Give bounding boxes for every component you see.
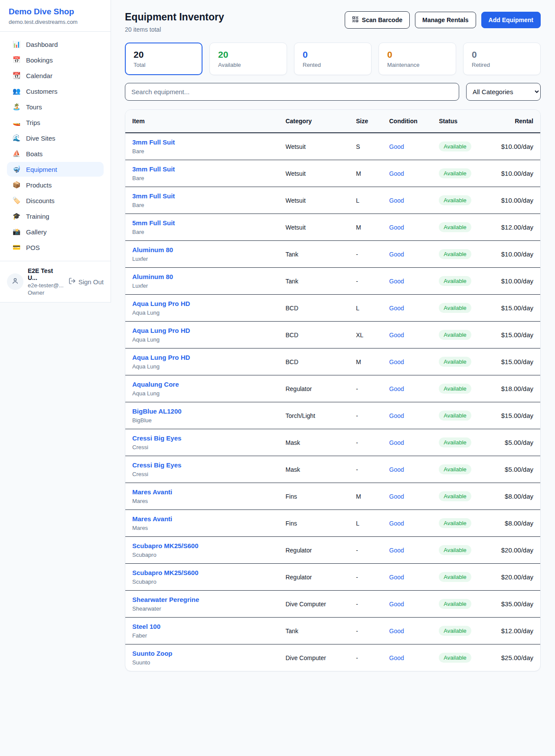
sidebar-item-pos[interactable]: 💳 POS: [7, 240, 104, 255]
item-category: Fins: [278, 483, 349, 510]
table-row: Cressi Big Eyes Cressi Mask - Good Avail…: [125, 429, 540, 456]
item-name-link[interactable]: Aqua Lung Pro HD: [132, 300, 190, 307]
sidebar-item-training[interactable]: 🎓 Training: [7, 209, 104, 224]
item-condition-link[interactable]: Good: [389, 332, 404, 339]
item-condition-link[interactable]: Good: [389, 412, 404, 419]
item-condition-link[interactable]: Good: [389, 520, 404, 527]
calendar-icon: 📅: [12, 56, 21, 64]
brand-name: Demo Dive Shop: [9, 7, 102, 16]
status-badge: Available: [439, 545, 471, 555]
item-size: -: [349, 241, 382, 268]
status-badge: Available: [439, 249, 471, 259]
sidebar-item-bookings[interactable]: 📅 Bookings: [7, 53, 104, 67]
item-name-link[interactable]: Suunto Zoop: [132, 650, 172, 657]
manage-rentals-button[interactable]: Manage Rentals: [415, 12, 476, 28]
sidebar-item-products[interactable]: 📦 Products: [7, 177, 104, 192]
sidebar-item-gallery[interactable]: 📸 Gallery: [7, 224, 104, 239]
category-filter-select[interactable]: All Categories: [466, 83, 541, 101]
item-condition-link[interactable]: Good: [389, 628, 404, 634]
sidebar-item-label: Dashboard: [26, 41, 58, 48]
sidebar-item-tours[interactable]: 🏝️ Tours: [7, 99, 104, 114]
item-condition-link[interactable]: Good: [389, 385, 404, 392]
brand-block: Demo Dive Shop demo.test.divestreams.com: [0, 0, 111, 32]
status-badge: Available: [439, 357, 471, 367]
item-brand: Bare: [132, 229, 271, 235]
item-rental-rate: $10.00/day: [494, 241, 540, 268]
stat-card-retired[interactable]: 0 Retired: [463, 43, 541, 75]
sidebar-item-customers[interactable]: 👥 Customers: [7, 84, 104, 99]
add-equipment-button[interactable]: Add Equipment: [481, 12, 541, 28]
item-size: -: [349, 537, 382, 564]
sidebar-item-discounts[interactable]: 🏷️ Discounts: [7, 193, 104, 208]
column-header-status: Status: [432, 110, 494, 133]
item-condition-link[interactable]: Good: [389, 305, 404, 312]
sidebar-item-boats[interactable]: ⛵ Boats: [7, 146, 104, 161]
item-name-link[interactable]: Mares Avanti: [132, 515, 172, 523]
item-condition-link[interactable]: Good: [389, 251, 404, 258]
column-header-rental: Rental: [494, 110, 540, 133]
sidebar-item-trips[interactable]: 🚤 Trips: [7, 115, 104, 130]
sidebar-item-calendar[interactable]: 📆 Calendar: [7, 68, 104, 83]
stat-card-available[interactable]: 20 Available: [209, 43, 287, 75]
item-rental-rate: $10.00/day: [494, 187, 540, 214]
add-equipment-label: Add Equipment: [489, 16, 533, 23]
item-name-link[interactable]: BigBlue AL1200: [132, 408, 182, 415]
item-condition-link[interactable]: Good: [389, 493, 404, 500]
item-condition-link[interactable]: Good: [389, 547, 404, 554]
status-badge: Available: [439, 572, 471, 582]
item-name-link[interactable]: Aqualung Core: [132, 381, 179, 388]
item-condition-link[interactable]: Good: [389, 170, 404, 177]
status-badge: Available: [439, 330, 471, 340]
item-condition-link[interactable]: Good: [389, 197, 404, 204]
item-condition-link[interactable]: Good: [389, 224, 404, 231]
item-name-link[interactable]: Scubapro MK25/S600: [132, 542, 199, 549]
item-brand: Bare: [132, 202, 271, 208]
item-category: BCD: [278, 322, 349, 348]
item-condition-link[interactable]: Good: [389, 358, 404, 365]
table-row: Shearwater Peregrine Shearwater Dive Com…: [125, 591, 540, 618]
scan-barcode-button[interactable]: Scan Barcode: [345, 11, 410, 29]
item-name-link[interactable]: Shearwater Peregrine: [132, 596, 199, 603]
table-row: 3mm Full Suit Bare Wetsuit L Good Availa…: [125, 187, 540, 214]
stats-row: 20 Total 20 Available 0 Rented 0 Mainten…: [125, 43, 541, 75]
sidebar-nav: 📊 Dashboard 📅 Bookings 📆 Calendar 👥 Cust…: [0, 32, 111, 261]
item-name-link[interactable]: Cressi Big Eyes: [132, 461, 181, 469]
sidebar-item-dive-sites[interactable]: 🌊 Dive Sites: [7, 131, 104, 145]
item-condition-link[interactable]: Good: [389, 574, 404, 581]
status-badge: Available: [439, 437, 471, 447]
item-condition-link[interactable]: Good: [389, 278, 404, 285]
item-name-link[interactable]: 3mm Full Suit: [132, 165, 175, 173]
item-category: Tank: [278, 241, 349, 268]
stat-card-maintenance[interactable]: 0 Maintenance: [379, 43, 456, 75]
item-name-link[interactable]: Scubapro MK25/S600: [132, 569, 199, 576]
stat-card-rented[interactable]: 0 Rented: [294, 43, 372, 75]
item-brand: Scubapro: [132, 579, 271, 585]
item-name-link[interactable]: Steel 100: [132, 623, 160, 630]
sidebar-item-dashboard[interactable]: 📊 Dashboard: [7, 37, 104, 52]
item-category: Torch/Light: [278, 402, 349, 429]
item-condition-link[interactable]: Good: [389, 601, 404, 608]
item-name-link[interactable]: Cressi Big Eyes: [132, 434, 181, 442]
item-name-link[interactable]: Aqua Lung Pro HD: [132, 327, 190, 334]
item-condition-link[interactable]: Good: [389, 143, 404, 150]
table-row: Mares Avanti Mares Fins M Good Available…: [125, 483, 540, 510]
filter-row: All Categories: [125, 83, 541, 101]
sign-out-button[interactable]: Sign Out: [69, 277, 104, 286]
stat-card-total[interactable]: 20 Total: [125, 43, 202, 75]
item-name-link[interactable]: Aluminum 80: [132, 273, 173, 280]
item-name-link[interactable]: 3mm Full Suit: [132, 192, 175, 200]
item-name-link[interactable]: 5mm Full Suit: [132, 219, 175, 227]
item-condition-link[interactable]: Good: [389, 466, 404, 473]
sidebar-item-equipment[interactable]: 🤿 Equipment: [7, 162, 104, 177]
item-name-link[interactable]: Aqua Lung Pro HD: [132, 354, 190, 361]
item-name-link[interactable]: Aluminum 80: [132, 246, 173, 253]
item-name-link[interactable]: Mares Avanti: [132, 488, 172, 496]
table-row: BigBlue AL1200 BigBlue Torch/Light - Goo…: [125, 402, 540, 429]
item-category: Wetsuit: [278, 160, 349, 187]
search-input[interactable]: [125, 83, 459, 101]
status-badge: Available: [439, 411, 471, 421]
item-condition-link[interactable]: Good: [389, 654, 404, 661]
item-condition-link[interactable]: Good: [389, 439, 404, 446]
user-name: E2E Test U...: [28, 267, 64, 281]
item-name-link[interactable]: 3mm Full Suit: [132, 138, 175, 146]
